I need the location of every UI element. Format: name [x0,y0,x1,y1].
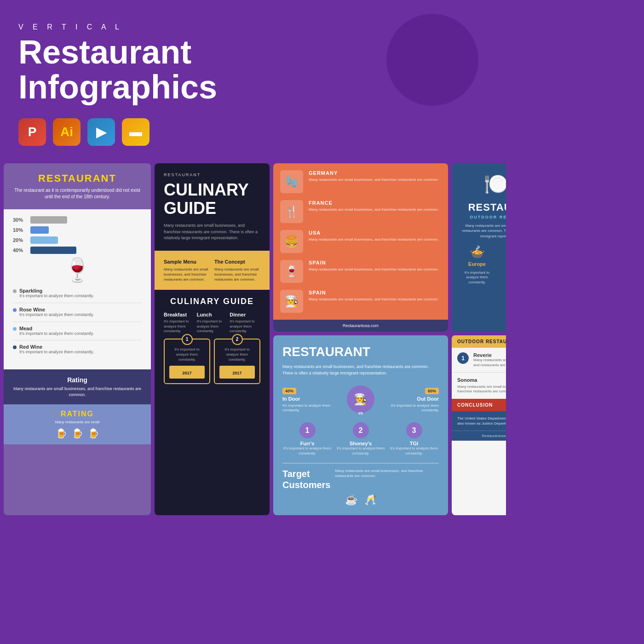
out-door-desc: It's important to analyze them constantl… [379,403,439,413]
target-section: TargetCustomers Many restaurants are sma… [282,463,439,490]
spain2-name: SPAIN [309,290,438,295]
shoneys-name: Shoney's [336,441,385,446]
legend-text-mead: Mead It's important to analyze them cons… [19,326,142,337]
bar-40 [30,247,76,254]
main-content-grid: RESTAURANT The restaurant as it is conte… [0,160,506,519]
france-name: FRANCE [309,200,438,206]
usa-desc: Many restaurants are small businesses, a… [309,237,438,242]
ranked-furrs: 1 Furr's It's important to analyze them … [282,422,332,456]
in-door-label: In Door [282,396,342,402]
vs-circle: 👨‍🍳 vs [347,385,374,413]
right-intro: Many restaurants are small businesses, r… [459,223,506,239]
reverie-name: Reverie [473,352,506,358]
card-countries: 🧤 GERMANY Many restaurants are small bus… [273,163,448,332]
dot-mead [13,327,17,331]
keynote-icon[interactable]: ▶ [87,118,115,146]
out-door-label: Out Door [379,396,439,402]
card-rating: RESTAURANT The restaurant as it is conte… [4,163,151,515]
legend-items: Sparkling It's important to analyze them… [13,288,142,359]
legend-rose: Rose Wine It's important to analyze them… [13,307,142,322]
spain1-name: SPAIN [309,260,438,265]
beer-icon-3: 🍺 [88,428,99,439]
plate-icon: 🍽️ [483,171,506,196]
breakfast-title: Breakfast [164,312,195,317]
asia-name: Asia [500,261,506,267]
ranked-tgi: 3 TGI It's important to analyze them con… [389,422,439,456]
step-box-1: 1 It's important to analyze them constan… [164,339,210,385]
step-year-2: 2017 [232,371,242,375]
meal-row: Breakfast It's important to analyze them… [164,312,260,334]
dot-sparkling [13,289,17,293]
countries-footer-text: Restaurantusa.com [343,323,379,328]
reverie-item: 1 Reverie Many restaurants are small bus… [452,348,506,373]
outdoor-label-bar: OUTDOOR RESTAUR [452,335,506,348]
spain1-info: SPAIN Many restaurants are small busines… [309,260,438,272]
sonoma-name: Sonoma [457,377,506,383]
pct-40: 40% [13,247,30,253]
ranked-shoneys: 2 Shoney's It's important to analyze the… [336,422,385,456]
lunch-title: Lunch [197,312,228,317]
step-boxes: 1 It's important to analyze them constan… [164,339,260,385]
conclusion-content: The United States Department Justice (DO… [452,411,506,431]
target-title-area: TargetCustomers [282,468,330,490]
concept-title: The Concept [214,259,260,264]
wine-chart-area: 30% 10% 20% 40% [13,216,142,283]
illustrator-icon[interactable]: Ai [53,118,80,146]
card-culinary-middle: Sample Menu Many restaurants are small b… [155,252,270,289]
app-icons-row: P Ai ▶ ▬ [18,118,488,146]
target-desc: Many restaurants are small businesses, a… [335,468,439,478]
shoneys-desc: It's important to analyze them constantl… [336,446,385,456]
step-desc-1: It's important to analyze them constantl… [169,347,205,362]
europe-asia: 🍲 Europe It's important to analyze them … [459,244,506,285]
bar-row-4: 40% [13,247,142,254]
powerpoint-icon[interactable]: P [18,118,46,146]
target-title: TargetCustomers [282,468,330,490]
asia-icon: 🍲 [500,244,506,259]
meal-dinner: Dinner It's important to analyze them co… [230,312,260,334]
culinary-label: RESTAURANT [164,172,260,177]
legend-text-rose: Rose Wine It's important to analyze them… [19,307,142,318]
card-culinary-top: RESTAURANT CULINARYGUIDE Many restaurant… [155,163,270,252]
bar-20 [30,236,58,244]
bar-row-3: 20% [13,236,142,244]
chef-hat: 👨‍🍳 [354,393,368,406]
wine-bars: 30% 10% 20% 40% [13,216,142,283]
reverie-desc: Many restaurants are small businesses, a… [473,358,506,368]
beer-icon-1: 🍺 [56,428,67,439]
legend-mead: Mead It's important to analyze them cons… [13,326,142,341]
hero-circle [386,14,478,106]
target-desc-area: Many restaurants are small businesses, a… [335,468,439,478]
country-usa: 🍔 USA Many restaurants are small busines… [280,230,441,253]
right-title: RESTAURA [459,201,506,213]
legend-redwine: Red Wine It's important to analyze them … [13,344,142,359]
sonoma-desc: Many restaurants are small businesses, a… [457,385,506,394]
ranked-items: 1 Furr's It's important to analyze them … [282,422,439,456]
rank-3: 3 [406,422,422,438]
culinary-two-col: Sample Menu Many restaurants are small b… [164,259,260,282]
reverie-num: 1 [457,352,469,364]
beer-icons: 🍺 🍺 🍺 [13,428,142,439]
concept-desc: Many restaurants are small businesses, a… [214,267,260,282]
dot-redwine [13,345,17,349]
restaurant-main-title: RESTAURANT [282,345,439,359]
countries-footer: Restaurantusa.com [273,320,448,332]
lunch-desc: It's important to analyze them constantl… [197,319,228,334]
card-right-top: 🍽️ RESTAURA OUTDOOR RESTAUR Many restaur… [452,163,506,332]
tgi-desc: It's important to analyze them constantl… [389,446,439,456]
europe-name: Europe [459,261,495,267]
step-desc-2: It's important to analyze them constantl… [219,347,255,362]
conclusion-text: The United States Department Justice (DO… [457,416,506,426]
meal-breakfast: Breakfast It's important to analyze them… [164,312,195,334]
bottom-desc: Many restaurants are small [13,420,142,424]
usa-icon: 🍔 [280,230,303,253]
rating-desc: Many restaurants are small businesses, a… [13,386,142,397]
google-slides-icon[interactable]: ▬ [122,118,150,146]
europe-region: 🍲 Europe It's important to analyze them … [459,244,495,285]
sample-menu-section: Sample Menu Many restaurants are small b… [164,259,210,282]
france-info: FRANCE Many restaurants are small busine… [309,200,438,212]
conclusion-bar: CONCLUSION [452,399,506,411]
germany-desc: Many restaurants are small businesses, a… [309,177,438,182]
outdoor-label: OUTDOOR RESTAUR [459,215,506,219]
country-germany: 🧤 GERMANY Many restaurants are small bus… [280,170,441,193]
card-restaurant-main: RESTAURANT Many restaurants are small bu… [273,335,448,515]
